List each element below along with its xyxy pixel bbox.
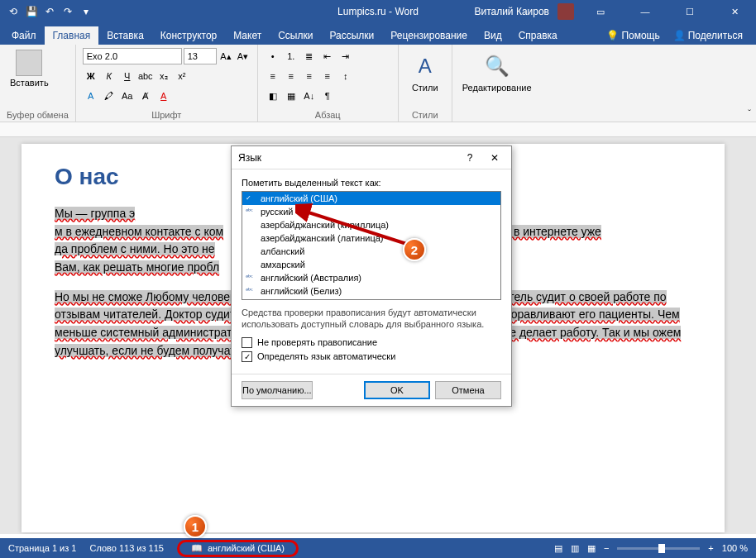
editing-button[interactable]: 🔍 Редактирование	[459, 48, 535, 94]
tab-design[interactable]: Конструктор	[152, 26, 225, 45]
shrink-font-icon[interactable]: A▾	[235, 48, 251, 64]
paste-button[interactable]: Вставить	[7, 48, 52, 89]
decrease-indent-button[interactable]: ⇤	[319, 48, 336, 64]
save-icon[interactable]: 💾	[25, 5, 38, 18]
web-layout-icon[interactable]: ▦	[587, 543, 596, 554]
align-right-button[interactable]: ≡	[301, 68, 318, 84]
tab-review[interactable]: Рецензирование	[382, 26, 476, 45]
clear-format-button[interactable]: A̸	[137, 88, 154, 104]
language-dialog: Язык ? ✕ Пометить выделенный текст как: …	[231, 145, 512, 407]
subscript-button[interactable]: x₂	[156, 68, 172, 84]
autosave-icon[interactable]: ⟲	[7, 5, 20, 18]
numbering-button[interactable]: 1.	[283, 48, 299, 64]
tab-home[interactable]: Главная	[45, 26, 99, 45]
tab-view[interactable]: Вид	[476, 26, 510, 45]
highlight-button[interactable]: 🖍	[101, 88, 117, 104]
text-effects-button[interactable]: A	[83, 88, 99, 104]
callout-marker-1: 1	[184, 515, 207, 538]
styles-icon: A	[409, 50, 442, 83]
font-group-label: Шрифт	[83, 108, 251, 120]
default-button[interactable]: По умолчанию...	[242, 381, 313, 399]
maximize-button[interactable]: ☐	[672, 0, 708, 23]
sort-button[interactable]: A↓	[301, 88, 318, 104]
shading-button[interactable]: ◧	[265, 88, 281, 104]
checkbox-checked[interactable]: ✓	[242, 351, 252, 362]
redo-icon[interactable]: ↷	[61, 5, 74, 18]
font-size-select[interactable]	[184, 48, 217, 64]
dialog-title: Язык	[238, 152, 261, 164]
tab-insert[interactable]: Вставка	[98, 26, 152, 45]
clipboard-group-label: Буфер обмена	[7, 108, 69, 120]
read-mode-icon[interactable]: ▤	[554, 543, 562, 554]
change-case-button[interactable]: Aa	[119, 88, 136, 104]
spellcheck-icon: ᵃᵇᶜ	[246, 274, 257, 282]
tab-references[interactable]: Ссылки	[270, 26, 321, 45]
close-button[interactable]: ✕	[716, 0, 753, 23]
align-left-button[interactable]: ≡	[265, 68, 281, 84]
tab-help[interactable]: Справка	[510, 26, 566, 45]
collapse-ribbon-icon[interactable]: ˇ	[748, 108, 751, 118]
increase-indent-button[interactable]: ⇥	[337, 48, 354, 64]
superscript-button[interactable]: x²	[174, 68, 190, 84]
zoom-in-button[interactable]: +	[708, 543, 713, 553]
language-item[interactable]: албанский	[242, 245, 500, 258]
bullets-button[interactable]: •	[265, 48, 281, 64]
language-item[interactable]: ᵃᵇᶜанглийский (Австралия)	[242, 271, 500, 284]
checkbox-row[interactable]: ✓ Определять язык автоматически	[242, 351, 501, 362]
language-item-selected[interactable]: ✓английский (США)	[242, 192, 500, 205]
minimize-button[interactable]: —	[627, 0, 663, 23]
grow-font-icon[interactable]: A▴	[218, 48, 234, 64]
tell-me-button[interactable]: 💡 Помощь	[600, 26, 666, 45]
strike-button[interactable]: abc	[137, 68, 154, 84]
ok-button[interactable]: OK	[364, 381, 430, 399]
tab-layout[interactable]: Макет	[225, 26, 270, 45]
share-button[interactable]: 👤 Поделиться	[667, 26, 749, 45]
language-item[interactable]: азербайджанский (кириллица)	[242, 218, 500, 231]
underline-button[interactable]: Ч	[119, 68, 136, 84]
zoom-level[interactable]: 100 %	[722, 543, 748, 553]
zoom-slider[interactable]	[617, 547, 700, 550]
language-item[interactable]: азербайджанский (латиница)	[242, 231, 500, 245]
window-title: Lumpics.ru - Word	[337, 6, 419, 17]
tab-mailings[interactable]: Рассылки	[321, 26, 382, 45]
show-marks-button[interactable]: ¶	[319, 88, 336, 104]
language-item[interactable]: ᵃᵇᶜанглийский (Белиз)	[242, 284, 500, 298]
line-spacing-button[interactable]: ↕	[337, 68, 354, 84]
zoom-out-button[interactable]: −	[604, 543, 609, 553]
dialog-close-button[interactable]: ✕	[485, 152, 505, 164]
dialog-titlebar[interactable]: Язык ? ✕	[232, 146, 511, 169]
ribbon-options-icon[interactable]: ▭	[582, 0, 619, 23]
print-layout-icon[interactable]: ▥	[571, 543, 579, 554]
paragraph-group-label: Абзац	[265, 108, 391, 120]
dialog-help-button[interactable]: ?	[460, 152, 480, 164]
spellcheck-icon: ᵃᵇᶜ	[246, 287, 257, 295]
tab-file[interactable]: Файл	[3, 26, 45, 45]
multilevel-button[interactable]: ≣	[301, 48, 318, 64]
font-name-select[interactable]	[83, 48, 182, 64]
avatar[interactable]	[557, 3, 574, 20]
checkbox-label: Не проверять правописание	[257, 337, 377, 347]
italic-button[interactable]: К	[101, 68, 117, 84]
align-center-button[interactable]: ≡	[283, 68, 299, 84]
undo-icon[interactable]: ↶	[43, 5, 56, 18]
user-name[interactable]: Виталий Каиров	[474, 6, 549, 17]
borders-button[interactable]: ▦	[283, 88, 299, 104]
checkbox-unchecked[interactable]	[242, 337, 252, 348]
language-item[interactable]: ᵃᵇᶜрусский	[242, 205, 500, 218]
language-item[interactable]: амхарский	[242, 258, 500, 271]
justify-button[interactable]: ≡	[319, 68, 336, 84]
status-word-count[interactable]: Слово 113 из 115	[89, 543, 164, 553]
font-color-button[interactable]: A	[156, 88, 172, 104]
ruler[interactable]	[0, 122, 756, 137]
dialog-label: Пометить выделенный текст как:	[242, 178, 501, 188]
language-list[interactable]: ✓английский (США) ᵃᵇᶜрусский азербайджан…	[242, 191, 501, 300]
status-page[interactable]: Страница 1 из 1	[8, 543, 76, 553]
dialog-info-text: Средства проверки правописания будут авт…	[242, 307, 501, 331]
checkbox-row[interactable]: Не проверять правописание	[242, 337, 501, 348]
quick-access-toolbar: ⟲ 💾 ↶ ↷ ▾	[0, 5, 93, 18]
bold-button[interactable]: Ж	[83, 68, 99, 84]
qat-dropdown-icon[interactable]: ▾	[79, 5, 93, 18]
status-language[interactable]: 📖 английский (США)	[177, 540, 299, 557]
cancel-button[interactable]: Отмена	[435, 381, 501, 399]
styles-button[interactable]: A Стили	[405, 48, 445, 94]
